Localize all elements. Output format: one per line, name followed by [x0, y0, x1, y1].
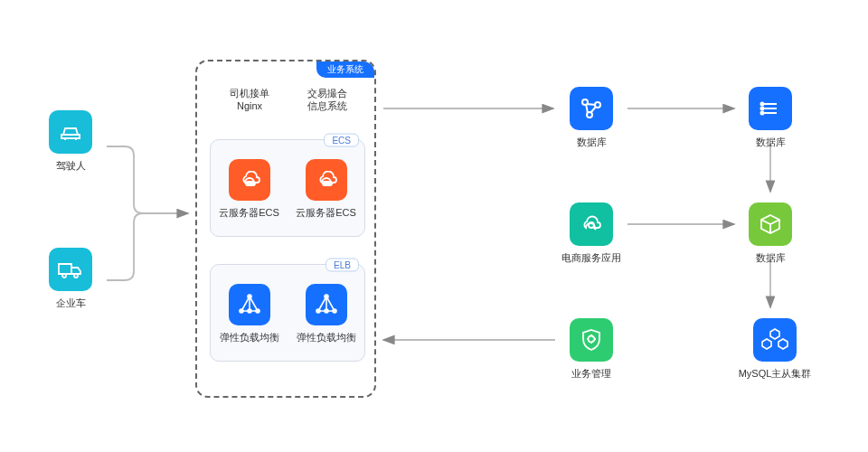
node-database-1: 数据库 — [555, 87, 627, 148]
node-car: 驾驶人 — [34, 110, 107, 172]
load-balancer-icon — [306, 284, 347, 325]
svg-point-8 — [74, 274, 78, 278]
svg-point-25 — [761, 103, 764, 106]
node-business-mgmt: 业务管理 — [555, 318, 627, 380]
truck-label: 企业车 — [56, 297, 86, 309]
svg-rect-9 — [246, 182, 255, 185]
business-system-panel: 业务系统 司机接单 Nginx 交易撮合 信息系统 ECS 云服务器ECS 云服… — [195, 60, 376, 398]
svg-point-7 — [62, 274, 66, 278]
svg-point-18 — [325, 309, 328, 313]
elb-item-2: 弹性负载均衡 — [288, 265, 364, 361]
cloud-search-icon — [570, 202, 613, 246]
cloud-server-icon — [229, 159, 270, 201]
box-icon — [749, 202, 792, 246]
graph-icon — [570, 87, 613, 130]
hex-cluster-icon — [753, 318, 797, 362]
elb-badge: ELB — [326, 259, 359, 272]
node-truck: 企业车 — [34, 248, 107, 309]
group-ecs: ECS 云服务器ECS 云服务器ECS — [210, 139, 365, 237]
node-ecommerce-app: 电商服务应用 — [555, 202, 627, 264]
svg-point-16 — [316, 309, 320, 313]
svg-point-17 — [333, 309, 336, 313]
ecs-item-1: 云服务器ECS — [211, 140, 288, 236]
car-icon — [49, 110, 92, 154]
svg-point-14 — [248, 309, 251, 313]
svg-point-26 — [761, 108, 764, 110]
node-database-3: 数据库 — [734, 202, 807, 264]
ecs-item-2: 云服务器ECS — [288, 140, 364, 236]
group-elb: ELB 弹性负载均衡 弹性负载均衡 — [210, 264, 365, 362]
cloud-server-icon — [306, 159, 347, 201]
svg-point-27 — [761, 112, 764, 115]
truck-icon — [49, 248, 92, 291]
load-balancer-icon — [229, 284, 270, 325]
svg-point-13 — [256, 309, 259, 313]
svg-point-11 — [248, 295, 251, 298]
panel-tab: 业务系统 — [316, 61, 374, 78]
panel-header-col2: 交易撮合 信息系统 — [291, 87, 363, 112]
shield-gear-icon — [570, 318, 613, 362]
node-mysql-cluster: MySQL主从集群 — [734, 318, 816, 380]
car-label: 驾驶人 — [56, 159, 86, 172]
node-database-2: 数据库 — [734, 87, 807, 148]
svg-point-12 — [240, 309, 243, 313]
ecs-badge: ECS — [324, 134, 359, 147]
list-icon — [749, 87, 792, 130]
panel-header-col1: 司机接单 Nginx — [213, 87, 286, 112]
svg-rect-10 — [323, 182, 332, 185]
svg-point-15 — [325, 295, 328, 298]
elb-item-1: 弹性负载均衡 — [211, 265, 288, 361]
